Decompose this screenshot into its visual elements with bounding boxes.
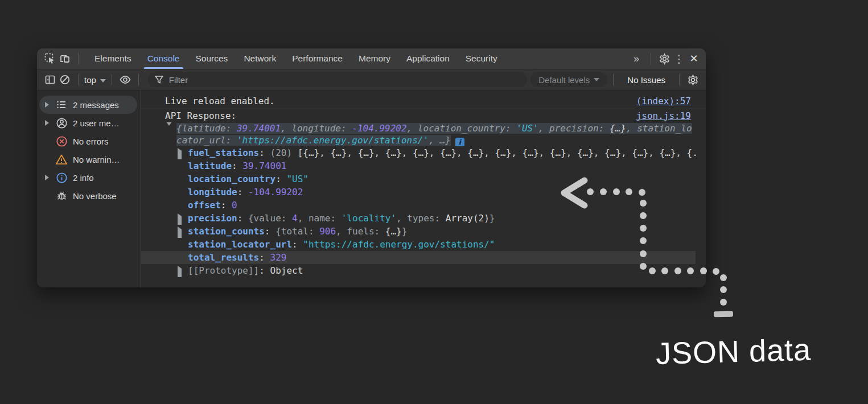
settings-gear-icon[interactable] xyxy=(657,51,672,66)
expand-caret-icon[interactable] xyxy=(45,175,53,180)
console-text-segment: : xyxy=(237,213,248,224)
object-preview-line[interactable]: cator_url: 'https://afdc.energy.gov/stat… xyxy=(141,134,706,146)
console-sidebar-toggle-icon[interactable] xyxy=(43,72,57,87)
property-row-offset[interactable]: offset: 0 xyxy=(141,199,706,212)
inspect-element-icon[interactable] xyxy=(43,51,57,66)
console-text-segment: "https://afdc.energy.gov/stations/" xyxy=(303,239,495,250)
console-text-segment: {latitude: xyxy=(176,123,237,134)
property-key: fuel_stations xyxy=(188,147,259,158)
property-row-precision[interactable]: precision: {value: 4, name: 'locality', … xyxy=(141,212,706,225)
info-icon xyxy=(55,171,68,184)
json-data-annotation: JSON data xyxy=(655,331,827,371)
console-text-segment: : xyxy=(265,226,275,237)
property-row--prototype-[interactable]: [[Prototype]]: Object xyxy=(141,264,706,277)
console-text-segment: {…} xyxy=(610,123,626,134)
property-row-station-locator-url[interactable]: station_locator_url: "https://afdc.energ… xyxy=(141,238,706,251)
expand-caret-icon[interactable] xyxy=(45,102,53,108)
sidebar-item-label: 2 messages xyxy=(73,100,119,110)
property-key: station_locator_url xyxy=(188,239,292,250)
divider xyxy=(112,74,112,85)
filter-funnel-icon xyxy=(155,76,163,84)
issues-counter[interactable]: No Issues xyxy=(619,75,673,85)
property-row-fuel-stations[interactable]: fuel_stations: (20) [{…}, {…}, {…}, {…},… xyxy=(141,146,706,159)
property-row-station-counts[interactable]: station_counts: {total: 906, fuels: {…}} xyxy=(141,225,706,238)
tab-console[interactable]: Console xyxy=(139,48,188,69)
console-text-segment: 0 xyxy=(232,200,237,211)
console-text-segment: : xyxy=(259,265,270,276)
tab-security[interactable]: Security xyxy=(458,48,505,69)
property-key: [[Prototype]] xyxy=(188,265,259,276)
sidebar-item-no-errors[interactable]: No errors xyxy=(39,132,137,150)
more-tabs-button[interactable]: » xyxy=(627,53,645,65)
context-selector[interactable]: top xyxy=(84,75,106,85)
sidebar-item-label: 2 info xyxy=(73,173,94,183)
console-text-segment: {value: xyxy=(248,213,292,224)
property-row-location-country[interactable]: location_country: "US" xyxy=(141,172,706,185)
sidebar-item-2-info[interactable]: 2 info xyxy=(39,168,137,187)
devtools-tabbar: ElementsConsoleSourcesNetworkPerformance… xyxy=(37,48,706,69)
sidebar-item-2-messages[interactable]: 2 messages xyxy=(39,96,137,114)
object-preview-text: {latitude: 39.74001, longitude: -104.992… xyxy=(176,123,692,134)
caret-right-icon xyxy=(45,175,49,180)
list-icon xyxy=(55,98,68,111)
console-text-segment: , station_lo xyxy=(626,123,692,134)
console-text-segment: } xyxy=(402,226,408,237)
live-expression-eye-icon[interactable] xyxy=(118,72,133,87)
console-message: API Response:json.js:19 xyxy=(141,109,706,122)
sidebar-item-label: No verbose xyxy=(73,191,117,201)
sidebar-item-2-user-me-[interactable]: 2 user me… xyxy=(39,114,137,132)
caret-right-icon[interactable] xyxy=(178,150,182,159)
divider xyxy=(651,53,651,64)
property-key: latitude xyxy=(188,160,232,171)
clear-console-icon[interactable] xyxy=(57,72,72,87)
property-row-total-results[interactable]: total_results: 329 xyxy=(141,251,696,264)
console-text-segment: {total: xyxy=(275,226,319,237)
info-badge-icon[interactable]: i xyxy=(455,138,464,146)
filter-placeholder: Filter xyxy=(169,75,188,85)
object-preview-line[interactable]: {latitude: 39.74001, longitude: -104.992… xyxy=(141,122,706,134)
sidebar-item-no-warnin-[interactable]: No warnin… xyxy=(39,150,137,168)
source-location-link[interactable]: (index):57 xyxy=(636,94,691,109)
divider xyxy=(679,74,680,85)
warning-icon xyxy=(55,153,68,166)
console-text-segment: 39.74001 xyxy=(242,160,286,171)
tab-memory[interactable]: Memory xyxy=(351,48,398,69)
close-icon[interactable]: ✕ xyxy=(686,51,701,66)
tab-elements[interactable]: Elements xyxy=(87,48,139,69)
log-levels-dropdown[interactable]: Default levels xyxy=(530,72,607,87)
console-settings-gear-icon[interactable] xyxy=(685,72,700,87)
console-message: Live reload enabled.(index):57 xyxy=(141,94,706,109)
console-text-segment: : xyxy=(292,239,303,250)
tab-application[interactable]: Application xyxy=(398,48,458,69)
caret-right-icon[interactable] xyxy=(178,267,182,277)
filter-input[interactable]: Filter xyxy=(148,72,527,87)
console-text-segment: {…} xyxy=(385,226,402,237)
console-text-segment: , precision: xyxy=(538,123,610,134)
source-location-link[interactable]: json.js:19 xyxy=(636,109,691,122)
tab-sources[interactable]: Sources xyxy=(188,48,236,69)
bug-icon xyxy=(55,189,68,202)
kebab-menu-icon[interactable]: ⋮ xyxy=(672,51,686,66)
console-toolbar: top Filter Default levels No I xyxy=(37,69,706,90)
console-text-segment: : xyxy=(221,200,232,211)
console-message-text: API Response: xyxy=(165,109,636,122)
console-sidebar: 2 messages2 user me…No errorsNo warnin…2… xyxy=(37,90,141,287)
caret-down-icon[interactable] xyxy=(166,125,172,134)
property-key: location_country xyxy=(188,174,275,184)
caret-right-icon[interactable] xyxy=(178,215,182,225)
console-text-segment: } xyxy=(489,213,495,224)
property-row-longitude[interactable]: longitude: -104.99202 xyxy=(141,185,706,199)
divider xyxy=(78,53,79,64)
property-key: longitude xyxy=(188,187,237,197)
chevron-down-icon xyxy=(100,79,106,83)
sidebar-item-no-verbose[interactable]: No verbose xyxy=(39,187,137,205)
tab-network[interactable]: Network xyxy=(236,48,284,69)
expand-caret-icon[interactable] xyxy=(45,120,53,126)
device-toolbar-icon[interactable] xyxy=(57,51,72,66)
console-text-segment: : xyxy=(232,160,242,171)
console-text-segment: (20) xyxy=(270,147,298,158)
tab-performance[interactable]: Performance xyxy=(284,48,351,69)
property-row-latitude[interactable]: latitude: 39.74001 xyxy=(141,159,706,172)
caret-right-icon[interactable] xyxy=(178,228,182,238)
sidebar-item-label: No warnin… xyxy=(73,155,120,164)
